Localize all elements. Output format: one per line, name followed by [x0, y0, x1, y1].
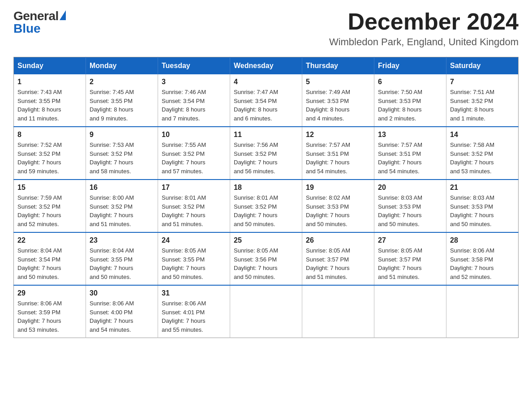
day-number: 12: [306, 131, 370, 139]
day-number: 8: [17, 131, 82, 139]
day-info: Sunrise: 8:06 AMSunset: 4:01 PMDaylight:…: [162, 299, 226, 334]
day-number: 17: [162, 184, 226, 192]
day-number: 6: [378, 78, 442, 86]
day-info: Sunrise: 7:56 AMSunset: 3:52 PMDaylight:…: [234, 141, 298, 176]
day-number: 10: [162, 131, 226, 139]
day-info: Sunrise: 7:52 AMSunset: 3:52 PMDaylight:…: [17, 141, 82, 176]
day-header-saturday: Saturday: [446, 57, 519, 75]
calendar-cell: 13 Sunrise: 7:57 AMSunset: 3:51 PMDaylig…: [374, 127, 446, 180]
calendar-cell: 27 Sunrise: 8:05 AMSunset: 3:57 PMDaylig…: [374, 232, 446, 285]
days-header-row: SundayMondayTuesdayWednesdayThursdayFrid…: [14, 57, 519, 75]
day-number: 29: [17, 289, 82, 297]
calendar-cell: 29 Sunrise: 8:06 AMSunset: 3:59 PMDaylig…: [14, 285, 86, 338]
day-info: Sunrise: 7:49 AMSunset: 3:53 PMDaylight:…: [306, 88, 370, 123]
day-info: Sunrise: 7:50 AMSunset: 3:53 PMDaylight:…: [378, 88, 442, 123]
day-info: Sunrise: 8:00 AMSunset: 3:52 PMDaylight:…: [90, 193, 154, 228]
title-area: December 2024 Wimbledon Park, England, U…: [329, 9, 519, 48]
day-header-friday: Friday: [374, 57, 446, 75]
calendar-cell: 26 Sunrise: 8:05 AMSunset: 3:57 PMDaylig…: [302, 232, 374, 285]
calendar-cell: 11 Sunrise: 7:56 AMSunset: 3:52 PMDaylig…: [230, 127, 302, 180]
day-info: Sunrise: 8:04 AMSunset: 3:55 PMDaylight:…: [90, 246, 154, 281]
day-info: Sunrise: 7:45 AMSunset: 3:55 PMDaylight:…: [90, 88, 154, 123]
day-number: 25: [234, 236, 298, 244]
day-info: Sunrise: 7:51 AMSunset: 3:52 PMDaylight:…: [450, 88, 515, 123]
day-number: 1: [17, 78, 82, 86]
day-info: Sunrise: 7:57 AMSunset: 3:51 PMDaylight:…: [306, 141, 370, 176]
week-row-3: 15 Sunrise: 7:59 AMSunset: 3:52 PMDaylig…: [14, 180, 519, 232]
calendar-cell: 18 Sunrise: 8:01 AMSunset: 3:52 PMDaylig…: [230, 180, 302, 232]
calendar-cell: 10 Sunrise: 7:55 AMSunset: 3:52 PMDaylig…: [158, 127, 230, 180]
day-info: Sunrise: 8:03 AMSunset: 3:53 PMDaylight:…: [378, 193, 442, 228]
month-title: December 2024: [329, 9, 519, 34]
day-info: Sunrise: 7:58 AMSunset: 3:52 PMDaylight:…: [450, 141, 515, 176]
day-info: Sunrise: 8:05 AMSunset: 3:55 PMDaylight:…: [162, 246, 226, 281]
week-row-4: 22 Sunrise: 8:04 AMSunset: 3:54 PMDaylig…: [14, 232, 519, 285]
calendar-cell: 7 Sunrise: 7:51 AMSunset: 3:52 PMDayligh…: [446, 74, 519, 127]
location-title: Wimbledon Park, England, United Kingdom: [329, 36, 519, 48]
day-info: Sunrise: 7:55 AMSunset: 3:52 PMDaylight:…: [162, 141, 226, 176]
day-header-tuesday: Tuesday: [158, 57, 230, 75]
day-number: 13: [378, 131, 442, 139]
day-number: 7: [450, 78, 515, 86]
calendar-cell: 25 Sunrise: 8:05 AMSunset: 3:56 PMDaylig…: [230, 232, 302, 285]
day-number: 2: [90, 78, 154, 86]
day-info: Sunrise: 8:05 AMSunset: 3:57 PMDaylight:…: [306, 246, 370, 281]
calendar-cell: 24 Sunrise: 8:05 AMSunset: 3:55 PMDaylig…: [158, 232, 230, 285]
logo: General Blue: [13, 9, 66, 36]
calendar-cell: 19 Sunrise: 8:02 AMSunset: 3:53 PMDaylig…: [302, 180, 374, 232]
day-info: Sunrise: 8:05 AMSunset: 3:56 PMDaylight:…: [234, 246, 298, 281]
day-number: 27: [378, 236, 442, 244]
day-number: 18: [234, 184, 298, 192]
day-info: Sunrise: 7:43 AMSunset: 3:55 PMDaylight:…: [17, 88, 82, 123]
day-number: 26: [306, 236, 370, 244]
calendar-cell: 30 Sunrise: 8:06 AMSunset: 4:00 PMDaylig…: [86, 285, 158, 338]
calendar-cell: [446, 285, 519, 338]
calendar-cell: 12 Sunrise: 7:57 AMSunset: 3:51 PMDaylig…: [302, 127, 374, 180]
page-header: General Blue December 2024 Wimbledon Par…: [13, 9, 519, 48]
day-number: 3: [162, 78, 226, 86]
calendar-cell: 28 Sunrise: 8:06 AMSunset: 3:58 PMDaylig…: [446, 232, 519, 285]
calendar-cell: 5 Sunrise: 7:49 AMSunset: 3:53 PMDayligh…: [302, 74, 374, 127]
calendar-cell: [230, 285, 302, 338]
day-info: Sunrise: 7:47 AMSunset: 3:54 PMDaylight:…: [234, 88, 298, 123]
calendar-cell: 9 Sunrise: 7:53 AMSunset: 3:52 PMDayligh…: [86, 127, 158, 180]
calendar-cell: 1 Sunrise: 7:43 AMSunset: 3:55 PMDayligh…: [14, 74, 86, 127]
day-header-sunday: Sunday: [14, 57, 86, 75]
calendar-cell: 15 Sunrise: 7:59 AMSunset: 3:52 PMDaylig…: [14, 180, 86, 232]
calendar-cell: 22 Sunrise: 8:04 AMSunset: 3:54 PMDaylig…: [14, 232, 86, 285]
day-info: Sunrise: 8:05 AMSunset: 3:57 PMDaylight:…: [378, 246, 442, 281]
calendar-cell: 3 Sunrise: 7:46 AMSunset: 3:54 PMDayligh…: [158, 74, 230, 127]
calendar-cell: 6 Sunrise: 7:50 AMSunset: 3:53 PMDayligh…: [374, 74, 446, 127]
day-number: 19: [306, 184, 370, 192]
calendar-cell: [302, 285, 374, 338]
day-number: 16: [90, 184, 154, 192]
week-row-1: 1 Sunrise: 7:43 AMSunset: 3:55 PMDayligh…: [14, 74, 519, 127]
day-header-monday: Monday: [86, 57, 158, 75]
calendar-cell: 4 Sunrise: 7:47 AMSunset: 3:54 PMDayligh…: [230, 74, 302, 127]
calendar-cell: 17 Sunrise: 8:01 AMSunset: 3:52 PMDaylig…: [158, 180, 230, 232]
day-number: 14: [450, 131, 515, 139]
calendar-cell: [374, 285, 446, 338]
logo-blue-text: Blue: [13, 21, 41, 36]
day-number: 4: [234, 78, 298, 86]
day-number: 28: [450, 236, 515, 244]
day-info: Sunrise: 7:57 AMSunset: 3:51 PMDaylight:…: [378, 141, 442, 176]
day-number: 21: [450, 184, 515, 192]
logo-triangle-icon: [60, 10, 66, 20]
calendar-cell: 16 Sunrise: 8:00 AMSunset: 3:52 PMDaylig…: [86, 180, 158, 232]
day-number: 24: [162, 236, 226, 244]
day-info: Sunrise: 8:01 AMSunset: 3:52 PMDaylight:…: [234, 193, 298, 228]
day-number: 22: [17, 236, 82, 244]
calendar-cell: 14 Sunrise: 7:58 AMSunset: 3:52 PMDaylig…: [446, 127, 519, 180]
calendar-table: SundayMondayTuesdayWednesdayThursdayFrid…: [13, 57, 519, 338]
day-header-thursday: Thursday: [302, 57, 374, 75]
day-info: Sunrise: 8:01 AMSunset: 3:52 PMDaylight:…: [162, 193, 226, 228]
day-info: Sunrise: 8:03 AMSunset: 3:53 PMDaylight:…: [450, 193, 515, 228]
day-info: Sunrise: 7:59 AMSunset: 3:52 PMDaylight:…: [17, 193, 82, 228]
week-row-5: 29 Sunrise: 8:06 AMSunset: 3:59 PMDaylig…: [14, 285, 519, 338]
day-number: 9: [90, 131, 154, 139]
day-number: 30: [90, 289, 154, 297]
day-info: Sunrise: 8:02 AMSunset: 3:53 PMDaylight:…: [306, 193, 370, 228]
calendar-cell: 31 Sunrise: 8:06 AMSunset: 4:01 PMDaylig…: [158, 285, 230, 338]
day-number: 23: [90, 236, 154, 244]
